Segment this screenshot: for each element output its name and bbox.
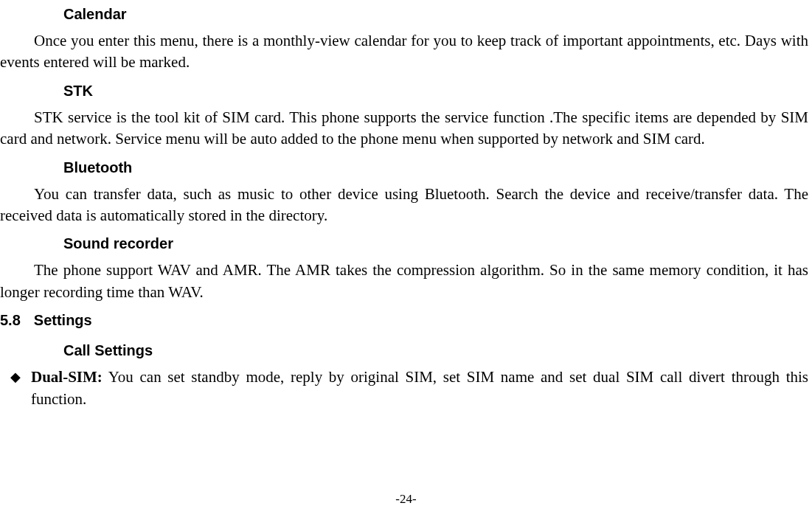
page-number: -24- xyxy=(0,492,812,507)
section-title: Settings xyxy=(34,312,92,328)
heading-bluetooth: Bluetooth xyxy=(63,159,812,176)
bullet-dual-sim: ◆ Dual-SIM: You can set standby mode, re… xyxy=(10,367,808,410)
bullet-label-dual-sim: Dual-SIM: xyxy=(31,368,103,386)
paragraph-stk: STK service is the tool kit of SIM card.… xyxy=(0,107,808,150)
heading-calendar: Calendar xyxy=(63,6,812,23)
section-settings-header: 5.8Settings xyxy=(0,312,812,329)
bullet-text-dual-sim: You can set standby mode, reply by origi… xyxy=(31,368,808,407)
diamond-bullet-icon: ◆ xyxy=(10,367,21,410)
paragraph-sound-recorder: The phone support WAV and AMR. The AMR t… xyxy=(0,260,808,303)
heading-stk: STK xyxy=(63,83,812,100)
heading-sound-recorder: Sound recorder xyxy=(63,235,812,252)
paragraph-bluetooth: You can transfer data, such as music to … xyxy=(0,184,808,227)
section-number: 5.8 xyxy=(0,312,21,329)
bullet-content: Dual-SIM: You can set standby mode, repl… xyxy=(31,367,808,410)
paragraph-calendar: Once you enter this menu, there is a mon… xyxy=(0,30,808,74)
document-page: Calendar Once you enter this menu, there… xyxy=(0,0,812,410)
heading-call-settings: Call Settings xyxy=(63,342,812,359)
